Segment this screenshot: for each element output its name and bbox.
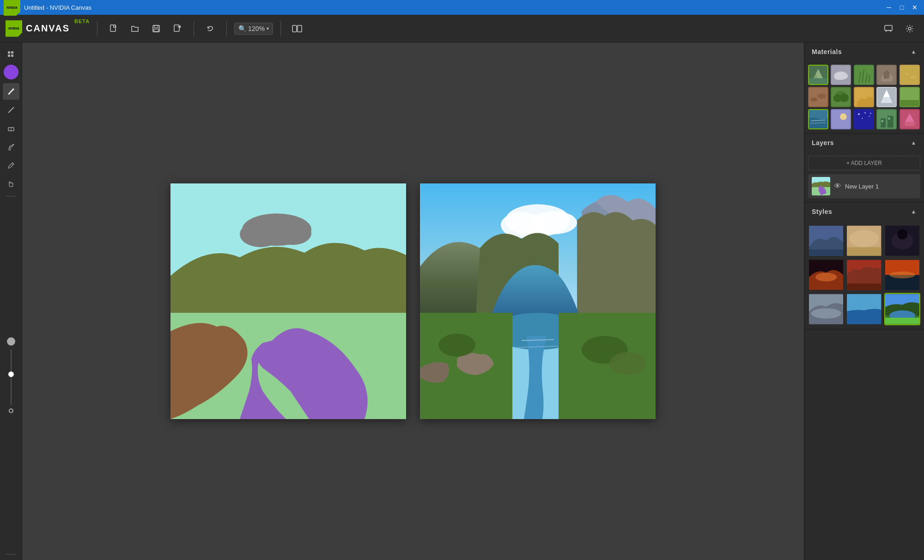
open-icon <box>130 24 140 33</box>
maximize-button[interactable]: □ <box>896 2 907 13</box>
save-button[interactable] <box>147 20 165 37</box>
add-layer-button[interactable]: + ADD LAYER <box>808 156 920 170</box>
materials-header[interactable]: Materials ▲ <box>804 43 924 61</box>
eraser-tool[interactable] <box>3 120 19 137</box>
material-bush[interactable] <box>831 87 851 107</box>
brush-size-slider[interactable] <box>11 349 12 405</box>
material-night[interactable] <box>854 109 874 129</box>
undo-icon <box>206 24 215 33</box>
eraser-icon <box>7 124 15 133</box>
brush-size-large[interactable] <box>7 337 15 346</box>
layers-chevron: ▲ <box>911 140 917 146</box>
svg-point-29 <box>531 211 577 234</box>
layer-name: New Layer 1 <box>845 183 917 190</box>
feedback-button[interactable] <box>880 20 897 37</box>
layers-content: + ADD LAYER 👁 New Layer 1 <box>804 152 924 202</box>
style-ocean-sunset[interactable] <box>884 259 920 291</box>
style-desert-storm[interactable] <box>846 225 882 257</box>
eyedropper-icon <box>7 161 15 170</box>
bucket-tool[interactable] <box>3 139 19 155</box>
user-avatar[interactable] <box>4 65 18 79</box>
style-1-preview <box>809 225 843 256</box>
compare-icon <box>292 24 302 33</box>
style-tropical-shore[interactable] <box>846 293 882 325</box>
left-sidebar <box>0 43 22 560</box>
svg-point-63 <box>840 94 849 102</box>
compare-button[interactable] <box>288 20 306 37</box>
titlebar-left: NVIDIA Untitled - NVIDIA Canvas <box>4 0 91 16</box>
layers-header[interactable]: Layers ▲ <box>804 134 924 152</box>
styles-grid <box>804 221 924 329</box>
material-pink[interactable] <box>900 109 920 129</box>
material-grass[interactable] <box>854 65 874 85</box>
hand-tool[interactable] <box>3 176 19 192</box>
svg-point-56 <box>910 76 917 79</box>
svg-rect-104 <box>847 284 881 290</box>
zoom-control[interactable]: 🔍 120% ▾ <box>234 23 273 35</box>
settings-button[interactable] <box>901 20 918 37</box>
style-dark-cave[interactable] <box>884 225 920 257</box>
style-mountain-mist[interactable] <box>808 293 844 325</box>
material-sky[interactable] <box>831 109 851 129</box>
undo-button[interactable] <box>201 20 219 37</box>
svg-rect-112 <box>847 294 881 311</box>
grid-button[interactable] <box>3 46 19 63</box>
toolbar-separator-4 <box>280 21 281 36</box>
style-sunset-peaks[interactable] <box>808 259 844 291</box>
brush-size-small[interactable] <box>9 408 13 413</box>
style-mountain-valley[interactable] <box>808 225 844 257</box>
styles-header[interactable]: Styles ▲ <box>804 202 924 221</box>
toolbar-separator-2 <box>194 21 194 36</box>
svg-point-77 <box>858 113 860 115</box>
svg-rect-13 <box>8 55 10 57</box>
material-building[interactable] <box>876 109 897 129</box>
photo-canvas[interactable] <box>420 183 656 419</box>
open-button[interactable] <box>126 20 144 37</box>
svg-rect-4 <box>154 29 158 31</box>
export-button[interactable] <box>169 20 186 37</box>
feedback-icon <box>884 24 893 33</box>
style-7-preview <box>809 294 843 324</box>
material-sand[interactable] <box>900 65 920 85</box>
material-rock[interactable] <box>876 65 897 85</box>
new-button[interactable] <box>105 20 122 37</box>
material-dirt[interactable] <box>808 87 828 107</box>
svg-rect-83 <box>881 118 886 128</box>
material-desert[interactable] <box>854 87 874 107</box>
layer-visibility-button[interactable]: 👁 <box>834 182 841 190</box>
line-tool[interactable] <box>3 102 19 118</box>
layers-label: Layers <box>812 139 834 146</box>
svg-point-33 <box>438 334 475 357</box>
minimize-button[interactable]: ─ <box>883 2 894 13</box>
photo-canvas-svg <box>420 183 656 419</box>
layer-item[interactable]: 👁 New Layer 1 <box>808 174 920 198</box>
svg-point-24 <box>274 222 311 245</box>
zoom-level: 120% <box>248 25 265 32</box>
brush-tool[interactable] <box>3 83 19 100</box>
material-cloud[interactable] <box>831 65 851 85</box>
material-mountain-snow[interactable] <box>808 65 828 85</box>
nvidia-logo-icon: NVIDIA <box>4 0 20 16</box>
close-button[interactable]: ✕ <box>909 2 920 13</box>
canvas-area <box>22 43 804 560</box>
svg-rect-54 <box>900 66 919 84</box>
material-water[interactable] <box>808 109 828 129</box>
zoom-dropdown-icon: ▾ <box>267 26 269 31</box>
svg-rect-69 <box>900 100 919 106</box>
titlebar-controls: ─ □ ✕ <box>883 2 920 13</box>
layer-thumb-svg <box>812 177 830 195</box>
new-icon <box>109 24 118 33</box>
svg-point-58 <box>811 97 818 102</box>
style-red-canyon[interactable] <box>846 259 882 291</box>
style-alpine-lake[interactable] <box>884 293 920 325</box>
grid-icon <box>7 51 15 58</box>
eyedropper-tool[interactable] <box>3 157 19 174</box>
style-3-preview <box>885 225 919 256</box>
style-2-preview <box>847 225 881 256</box>
materials-chevron: ▲ <box>911 49 917 55</box>
hand-icon <box>7 180 15 188</box>
segmentation-canvas[interactable] <box>170 183 406 419</box>
svg-rect-5 <box>174 25 179 31</box>
material-snow-peak[interactable] <box>876 87 897 107</box>
material-field[interactable] <box>900 87 920 107</box>
